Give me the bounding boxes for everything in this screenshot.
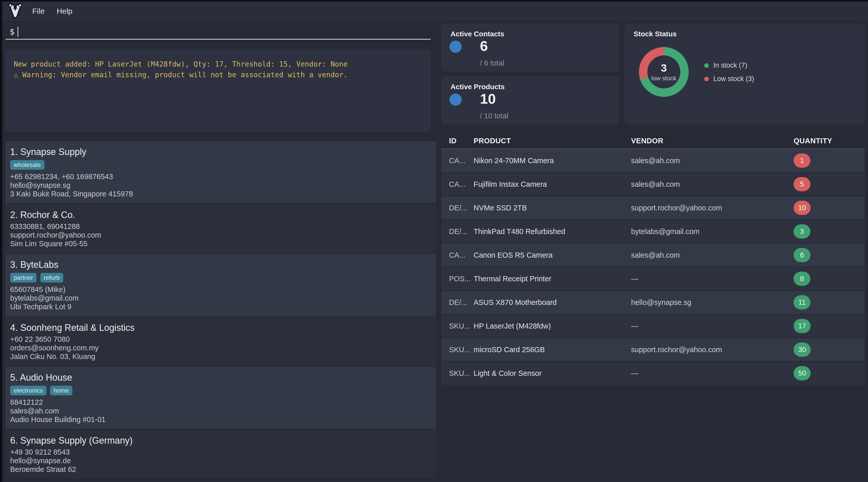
quantity-badge: 50 [794,366,811,380]
contact-phone: +49 30 9212 8543 [10,448,436,456]
app-logo-icon [8,3,23,19]
command-input-row[interactable]: $ [6,24,431,40]
contact-name: 4. Soonheng Retail & Logistics [10,322,436,333]
cell-product-id: DE/... [441,204,474,212]
stat-value: 10 [480,90,496,107]
legend-item: In stock (7) [704,61,754,69]
cell-quantity: 8 [794,272,865,286]
contacts-list: 1. Synapse Supply wholesale +65 62981234… [6,141,436,480]
quantity-badge: 10 [794,201,811,215]
quantity-badge: 6 [794,248,810,262]
cell-quantity: 30 [794,342,865,357]
contact-list-item[interactable]: 4. Soonheng Retail & Logistics +60 22 36… [6,317,436,367]
menu-item[interactable]: Help [57,7,72,16]
cell-product-id: SKU... [441,322,474,330]
table-row[interactable]: SKU... microSD Card 256GB support.rochor… [441,338,865,362]
table-row[interactable]: POS... Thermal Receipt Printer — 8 [441,267,865,291]
cell-vendor: sales@ah.com [631,180,794,188]
legend-label: In stock (7) [713,61,747,69]
stock-donut-center: 3 low stock [639,47,689,97]
cell-product-name: Canon EOS R5 Camera [474,251,631,260]
quantity-badge: 5 [794,177,810,191]
low-stock-count: 3 [661,62,666,74]
console-line: ⚠ Warning: Vendor email missing, product… [14,70,423,80]
table-row[interactable]: DE/... NVMe SSD 2TB support.rochor@yahoo… [441,197,865,220]
cell-product-id: CA... [441,156,474,165]
cell-product-name: microSD Card 256GB [474,345,631,354]
text-cursor [18,27,18,37]
table-row[interactable]: DE/... ASUS X870 Motherboard hello@synap… [441,291,865,314]
console-line: New product added: HP LaserJet (M428fdw)… [14,59,423,70]
stock-status-card: Stock Status 3 low stock In stock (7) Lo… [624,23,865,124]
cell-vendor: bytelabs@gmail.com [631,228,794,236]
stat-card-title: Active Products [451,83,505,91]
cell-quantity: 3 [794,224,865,239]
contact-address: Sim Lim Square #05-55 [10,239,436,248]
cell-product-name: Light & Color Sensor [474,369,631,378]
cell-product-name: NVMe SSD 2TB [474,204,631,212]
quantity-badge: 17 [794,319,811,333]
legend-dot-icon [704,77,709,81]
contact-list-item[interactable]: 5. Audio House electronics home 68412122… [6,367,436,430]
contact-phone: +60 22 3650 7080 [10,335,436,343]
stat-total: / 10 total [480,112,508,120]
cell-vendor: support.rochor@yahoo.com [631,345,794,354]
products-table-header: ID PRODUCT VENDOR QUANTITY [441,133,865,149]
stat-ring-chart [450,41,462,53]
products-table-body: CA... Nikon 24-70MM Camera sales@ah.com … [441,149,865,386]
cell-product-name: HP LaserJet (M428fdw) [474,322,631,330]
table-row[interactable]: CA... Canon EOS R5 Camera sales@ah.com 6 [441,244,865,267]
table-row[interactable]: SKU... HP LaserJet (M428fdw) — 17 [441,314,865,338]
cell-vendor: hello@synapse.sg [631,298,794,307]
cell-product-id: SKU... [441,345,474,354]
contact-name: 2. Rochor & Co. [10,209,436,220]
cell-quantity: 6 [794,248,865,262]
prompt-symbol: $ [10,27,14,37]
cell-vendor: support.rochor@yahoo.com [631,204,794,212]
contact-email: bytelabs@gmail.com [10,294,436,302]
contact-address: 3 Kaki Bukit Road, Singapore 415978 [10,189,436,198]
contact-tag-badge: electronics [10,386,46,395]
menubar: File Help [2,2,868,21]
cell-quantity: 5 [794,177,865,191]
cell-vendor: — [631,322,794,330]
menu-items: File Help [23,7,72,16]
contact-tag-badge: refurb [40,273,63,282]
contact-list-item[interactable]: 6. Synapse Supply (Germany) +49 30 9212 … [6,430,436,480]
stat-card: Active Contacts 6 / 6 total [441,23,619,72]
column-header-vendor: VENDOR [631,137,794,145]
cell-quantity: 17 [794,319,865,333]
cell-product-id: DE/... [441,298,474,307]
contact-address: Audio House Building #01-01 [10,415,436,424]
table-row[interactable]: SKU... Light & Color Sensor — 50 [441,362,865,386]
stat-value: 6 [480,38,488,54]
cell-vendor: sales@ah.com [631,251,794,260]
cell-product-id: CA... [441,180,474,188]
legend-item: Low stock (3) [704,75,754,83]
contact-list-item[interactable]: 3. ByteLabs partner refurb 65607845 (Mik… [6,254,436,317]
contact-list-item[interactable]: 2. Rochor & Co. 63330881, 69041288 suppo… [6,204,436,254]
products-table: ID PRODUCT VENDOR QUANTITY CA... Nikon 2… [441,133,865,386]
contact-tags: partner refurb [10,272,436,285]
contact-list-item[interactable]: 1. Synapse Supply wholesale +65 62981234… [6,141,436,204]
stat-card-title: Active Contacts [451,30,504,38]
column-header-id: ID [441,137,474,145]
menu-item[interactable]: File [32,7,44,16]
contact-address: Beroemde Straat 62 [10,465,436,474]
contact-tag-badge: home [50,386,72,395]
contact-email: hello@synapse.de [10,456,436,465]
contact-address: Ubi Techpark Lot 9 [10,302,436,311]
console-output: New product added: HP LaserJet (M428fdw)… [6,49,431,131]
table-row[interactable]: CA... Nikon 24-70MM Camera sales@ah.com … [441,149,865,173]
quantity-badge: 30 [794,342,811,357]
table-row[interactable]: DE/... ThinkPad T480 Refurbished bytelab… [441,220,865,244]
contact-tag-badge: partner [10,273,37,282]
cell-product-id: SKU... [441,369,474,378]
contact-tag-badge: wholesale [10,160,44,170]
cell-quantity: 1 [794,153,865,168]
contact-tags: electronics home [10,385,436,398]
cell-quantity: 10 [794,201,865,215]
contact-email: orders@soonheng.com.my [10,343,436,352]
table-row[interactable]: CA... Fujifilm Instax Camera sales@ah.co… [441,173,865,197]
stock-legend: In stock (7) Low stock (3) [704,61,754,88]
